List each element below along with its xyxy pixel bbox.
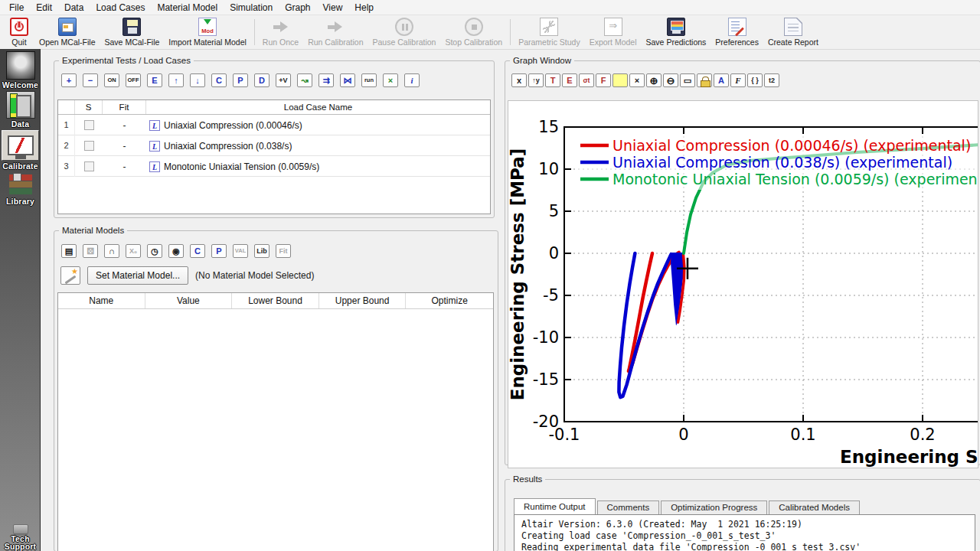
tab-calibrated-models[interactable]: Calibrated Models xyxy=(769,500,860,514)
run-calibration-button[interactable]: Run Calibration xyxy=(303,16,368,48)
export-label: Export Model xyxy=(590,37,637,47)
menu-graph[interactable]: Graph xyxy=(279,0,316,15)
x-axis-icon: x xyxy=(517,77,521,85)
sidebar-item-calibrate[interactable]: Calibrate xyxy=(0,130,41,171)
sidebar-item-data[interactable]: Data xyxy=(0,91,41,129)
background-color-button[interactable] xyxy=(612,73,628,87)
rate-button[interactable]: ◷ xyxy=(147,244,162,258)
strain-curve-button[interactable]: E xyxy=(562,73,577,87)
menu-load-cases[interactable]: Load Cases xyxy=(90,0,151,15)
row-checkbox[interactable] xyxy=(84,120,94,130)
preferences-button[interactable]: Preferences xyxy=(710,16,763,48)
values-button[interactable]: VAL xyxy=(233,244,248,258)
save-mcal-file-button[interactable]: Save MCal-File xyxy=(100,16,165,48)
menu-view[interactable]: View xyxy=(317,0,349,15)
col-value: Value xyxy=(145,293,233,308)
info-button[interactable]: i xyxy=(404,73,420,87)
snapshot-button[interactable]: ▭ xyxy=(680,73,695,87)
mirror-data-button[interactable]: ⋈ xyxy=(340,73,355,87)
zoom-out-button[interactable]: ⊖ xyxy=(663,73,678,87)
time-curve-button[interactable]: T xyxy=(545,73,560,87)
lock-axes-button[interactable] xyxy=(697,73,712,87)
graph-toolbar: x ↑y T E σt F × ⊕ ⊖ ▭ A F { } t2 xyxy=(511,73,779,87)
stop-calibration-button[interactable]: Stop Calibration xyxy=(440,16,507,48)
x-axis-button[interactable]: x xyxy=(511,73,527,87)
tech-support-icon xyxy=(13,524,28,534)
pause-calibration-button[interactable]: Pause Calibration xyxy=(368,16,441,48)
material-model-status: (No Material Model Selected) xyxy=(195,270,314,281)
run-case-button[interactable]: run xyxy=(361,73,377,87)
tab-runtime-output[interactable]: Runtime Output xyxy=(514,498,596,514)
graph-window-panel: Graph Window x ↑y T E σt F × ⊕ ⊖ ▭ A F {… xyxy=(505,60,980,465)
parametric-study-button[interactable]: Parametric Study xyxy=(514,16,585,48)
sidebar-item-tech-support[interactable]: Tech Support xyxy=(0,524,41,551)
enable-on-button[interactable]: ON xyxy=(104,73,119,87)
import-label: Import Material Model xyxy=(168,37,247,47)
move-up-button[interactable]: ↑ xyxy=(168,73,184,87)
import-material-model-button[interactable]: Import Material Model xyxy=(164,16,251,48)
font-color-button[interactable]: A xyxy=(714,73,729,87)
tab-optimization-progress[interactable]: Optimization Progress xyxy=(661,500,767,514)
sidebar-item-welcome[interactable]: Welcome xyxy=(0,51,41,90)
font-icon: F xyxy=(735,77,740,85)
zoom-in-button[interactable]: ⊕ xyxy=(646,73,662,87)
chart-area[interactable]: -0.100.10.2151050-5-10-15-20Engineering … xyxy=(508,100,978,468)
paste-model-button[interactable]: P xyxy=(211,244,227,258)
copy-model-button[interactable]: C xyxy=(190,244,205,258)
quit-button[interactable]: Quit xyxy=(4,16,34,48)
export-model-button[interactable]: Export Model xyxy=(585,16,642,48)
fit-button[interactable]: Fit xyxy=(276,244,291,258)
edit-load-case-button[interactable]: E xyxy=(147,73,162,87)
dice-icon: ⚄ xyxy=(87,247,94,256)
copy-params-button[interactable]: P xyxy=(233,73,248,87)
save-predictions-button[interactable]: Save Predictions xyxy=(642,16,711,48)
col-name: Name xyxy=(58,293,145,308)
row-checkbox[interactable] xyxy=(84,141,94,151)
second-axis-button[interactable]: t2 xyxy=(764,73,779,87)
run-once-button[interactable]: Run Once xyxy=(258,16,303,48)
menu-simulation[interactable]: Simulation xyxy=(224,0,279,15)
clear-curves-icon: × xyxy=(388,77,393,85)
model-list-button[interactable]: ▤ xyxy=(61,244,77,258)
remove-load-case-button[interactable]: − xyxy=(83,73,98,87)
menu-help[interactable]: Help xyxy=(348,0,380,15)
copy-data-button[interactable]: D xyxy=(254,73,270,87)
move-down-button[interactable]: ↓ xyxy=(190,73,205,87)
table-row[interactable]: 3 - LMonotonic Uniaxial Tension (0.0059/… xyxy=(58,156,490,177)
sidebar-item-library[interactable]: Library xyxy=(0,173,41,206)
runtime-output-console[interactable]: Altair Version: 6.3.0 (Created: May 1 20… xyxy=(514,514,975,551)
stress-time-button[interactable]: σt xyxy=(579,73,594,87)
force-curve-button[interactable]: F xyxy=(596,73,611,87)
y-axis-button[interactable]: ↑y xyxy=(528,73,544,87)
add-variable-button[interactable]: +V xyxy=(276,73,291,87)
create-report-button[interactable]: Create Report xyxy=(763,16,823,48)
row-checkbox[interactable] xyxy=(84,161,94,171)
copy-case-button[interactable]: C xyxy=(211,73,227,87)
clear-graph-button[interactable]: × xyxy=(629,73,645,87)
font-button[interactable]: F xyxy=(730,73,746,87)
table-row[interactable]: 2 - LUniaxial Compression (0.038/s) xyxy=(58,135,490,156)
svg-text:Engineering Stress [MPa]: Engineering Stress [MPa] xyxy=(508,148,528,401)
tab-comments[interactable]: Comments xyxy=(597,500,660,514)
menu-data[interactable]: Data xyxy=(58,0,90,15)
enable-off-button[interactable]: OFF xyxy=(126,73,141,87)
library-model-button[interactable]: Lib xyxy=(254,244,270,258)
table-row[interactable]: 1 - LUniaxial Compression (0.00046/s) xyxy=(58,115,490,135)
target-button[interactable]: ◉ xyxy=(168,244,184,258)
initial-values-button[interactable]: X₀ xyxy=(126,244,141,258)
open-mcal-file-button[interactable]: Open MCal-File xyxy=(34,16,100,48)
menu-material-model[interactable]: Material Model xyxy=(151,0,224,15)
curve-preview-button[interactable]: ∩ xyxy=(104,244,119,258)
menu-edit[interactable]: Edit xyxy=(30,0,58,15)
set-material-model-button[interactable]: Set Material Model... xyxy=(87,266,188,285)
randomize-button[interactable]: ⚄ xyxy=(83,244,98,258)
clear-curves-button[interactable]: × xyxy=(383,73,398,87)
preview-curve-button[interactable]: ↝ xyxy=(297,73,312,87)
menu-file[interactable]: File xyxy=(3,0,30,15)
add-load-case-button[interactable]: + xyxy=(61,73,77,87)
pause-icon xyxy=(395,18,413,36)
wand-button[interactable] xyxy=(60,266,80,285)
braces-button[interactable]: { } xyxy=(747,73,763,87)
stretch-data-button[interactable]: ⇉ xyxy=(318,73,334,87)
quit-label: Quit xyxy=(11,37,26,47)
